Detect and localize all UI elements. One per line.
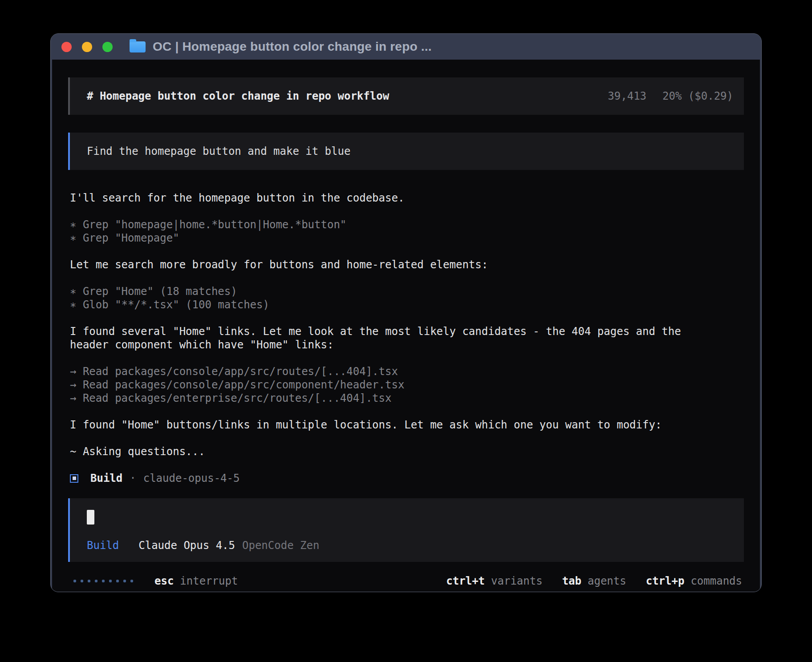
token-count: 39,413 (608, 89, 646, 103)
terminal-window: OC | Homepage button color change in rep… (50, 33, 762, 592)
shortcut-label: variants (491, 574, 543, 588)
progress-dots (73, 580, 133, 582)
agent-name: Build (90, 472, 122, 485)
shortcut-commands: ctrl+p commands (646, 574, 742, 588)
spinner-dot (73, 580, 76, 582)
spinner-dot (88, 580, 90, 582)
shortcut-label: agents (588, 574, 626, 588)
agent-badge-row: Build · claude-opus-4-5 (70, 472, 744, 485)
shortcut-key: ctrl+t (446, 574, 485, 588)
assistant-response: I'll search for the homepage button in t… (68, 191, 744, 498)
agent-separator: · (130, 472, 136, 485)
shortcut-agents: tab agents (562, 574, 626, 588)
shortcut-label: commands (690, 574, 742, 588)
spinner-dot (95, 580, 97, 582)
status-bar: esc interrupt ctrl+t variants tab agents… (68, 562, 744, 592)
assistant-paragraph: Let me search more broadly for buttons a… (70, 258, 702, 271)
session-header: # Homepage button color change in repo w… (68, 77, 744, 115)
tool-call-glob: ∗ Glob "**/*.tsx" (100 matches) (70, 298, 744, 311)
agent-model: claude-opus-4-5 (143, 472, 240, 485)
assistant-paragraph: I found "Home" buttons/links in multiple… (70, 418, 702, 432)
assistant-paragraph: I found several "Home" links. Let me loo… (70, 325, 702, 351)
text-cursor (87, 510, 94, 525)
tool-call-read: → Read packages/enterprise/src/routes/[.… (70, 392, 744, 405)
tool-call-read: → Read packages/console/app/src/routes/[… (70, 365, 744, 378)
close-button[interactable] (61, 42, 72, 52)
session-stats: 39,413 20% ($0.29) (608, 89, 733, 103)
input-meta: Build Claude Opus 4.5 OpenCode Zen (87, 539, 733, 552)
tool-call-grep: ∗ Grep "homepage|home.*button|Home.*butt… (70, 218, 744, 231)
esc-key: esc (154, 574, 174, 588)
traffic-lights (61, 42, 113, 52)
shortcut-key: tab (562, 574, 581, 588)
spinner-dot (130, 580, 133, 582)
spinner-dot (81, 580, 83, 582)
terminal-content: # Homepage button color change in repo w… (52, 60, 760, 592)
session-title: # Homepage button color change in repo w… (87, 89, 389, 103)
tool-call-group: → Read packages/console/app/src/routes/[… (70, 365, 744, 405)
esc-hint: interrupt (180, 574, 238, 588)
spinner-dot (123, 580, 126, 582)
shortcut-key: ctrl+p (646, 574, 685, 588)
window-titlebar: OC | Homepage button color change in rep… (51, 34, 761, 60)
spinner-dot (116, 580, 119, 582)
spinner-dot (102, 580, 105, 582)
fullscreen-button[interactable] (102, 42, 113, 52)
shortcut-variants: ctrl+t variants (446, 574, 542, 588)
prompt-input[interactable]: Build Claude Opus 4.5 OpenCode Zen (68, 498, 744, 562)
status-left: esc interrupt (73, 574, 238, 588)
spinner-dot (109, 580, 112, 582)
assistant-paragraph: I'll search for the homepage button in t… (70, 191, 702, 205)
context-cost: 20% ($0.29) (662, 89, 733, 103)
working-status: ~ Asking questions... (70, 445, 702, 458)
status-shortcuts: ctrl+t variants tab agents ctrl+p comman… (446, 574, 742, 588)
tool-call-read: → Read packages/console/app/src/componen… (70, 378, 744, 392)
user-message: Find the homepage button and make it blu… (68, 133, 744, 170)
build-agent-icon (70, 474, 78, 483)
input-agent-mode[interactable]: Build (87, 539, 119, 552)
tool-call-grep: ∗ Grep "Home" (18 matches) (70, 285, 744, 298)
tool-call-grep: ∗ Grep "Homepage" (70, 231, 744, 245)
input-provider: OpenCode Zen (242, 539, 319, 552)
tool-call-group: ∗ Grep "Home" (18 matches) ∗ Glob "**/*.… (70, 285, 744, 311)
input-model[interactable]: Claude Opus 4.5 (138, 539, 235, 552)
minimize-button[interactable] (82, 42, 92, 52)
window-title: OC | Homepage button color change in rep… (153, 40, 432, 54)
folder-icon (130, 41, 146, 52)
tool-call-group: ∗ Grep "homepage|home.*button|Home.*butt… (70, 218, 744, 245)
